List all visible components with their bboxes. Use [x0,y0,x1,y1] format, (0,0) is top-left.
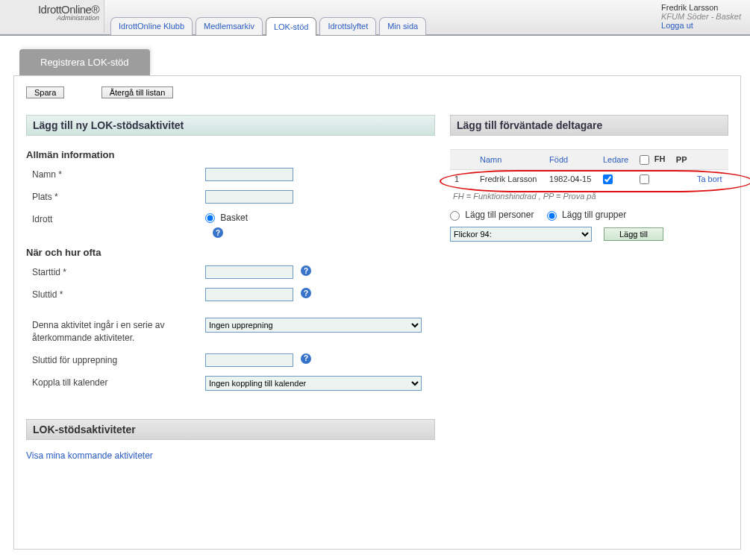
radio-persons-input[interactable] [450,211,460,221]
radio-groups[interactable]: Lägg till grupper [547,210,626,220]
tab-klubb[interactable]: IdrottOnline Klubb [110,17,193,35]
back-button[interactable]: Återgå till listan [101,86,174,98]
fh-header-checkbox[interactable] [640,155,649,165]
logout-link[interactable]: Logga ut [661,21,741,30]
main-tabs: IdrottOnline Klubb Medlemsarkiv LOK-stöd… [104,0,661,34]
sport-radio[interactable] [205,213,215,223]
right-section-header: Lägg till förväntade deltagare [450,115,728,136]
row-born: 1982-04-15 [545,169,599,189]
end-repeat-input[interactable] [205,353,293,367]
row-leader-checkbox[interactable] [603,174,613,184]
user-org: KFUM Söder - Basket [661,12,741,21]
label-place: Plats * [26,190,205,202]
end-input[interactable] [205,288,293,301]
label-end: Sluttid * [26,288,205,300]
subhead-when: När och hur ofta [26,247,435,258]
save-button[interactable]: Spara [26,86,64,98]
left-section-header: Lägg till ny LOK-stödsaktivitet [26,115,435,136]
row-index: 1 [450,169,475,189]
col-pp: PP [672,150,693,170]
legend-hint: FH = Funktionshindrad , PP = Prova på [453,192,728,201]
name-input[interactable] [205,168,293,181]
tab-lok-stod[interactable]: LOK-stöd [266,17,316,36]
col-leader[interactable]: Ledare [599,150,635,170]
page-title: Registrera LOK-stöd [19,49,150,75]
col-name[interactable]: Namn [475,150,545,170]
tab-idrottslyftet[interactable]: Idrottslyftet [319,17,376,35]
col-fh: FH [635,150,672,170]
label-name: Namn * [26,168,205,180]
help-icon[interactable]: ? [301,353,311,364]
label-repeat: Denna aktivitet ingår i en serie av åter… [26,318,205,345]
label-end-repeat: Sluttid för upprepning [26,353,205,365]
subsection-lok: LOK-stödsaktiviteter [26,419,435,440]
start-input[interactable] [205,265,293,279]
radio-groups-input[interactable] [547,211,557,221]
show-activities-link[interactable]: Visa mina kommande aktiviteter [26,450,153,461]
help-icon[interactable]: ? [213,227,223,238]
label-sport: Idrott [26,213,205,224]
place-input[interactable] [205,190,293,204]
row-name: Fredrik Larsson [475,169,545,189]
repeat-select[interactable]: Ingen upprepning [205,318,422,333]
help-icon[interactable]: ? [301,265,311,276]
label-calendar: Koppla till kalender [26,376,205,388]
col-born[interactable]: Född [545,150,599,170]
subhead-general: Allmän information [26,149,435,160]
tab-min-sida[interactable]: Min sida [379,17,426,35]
row-remove-link[interactable]: Ta bort [697,174,722,183]
group-dropdown[interactable]: Flickor 94: [450,227,592,242]
help-icon[interactable]: ? [301,288,311,298]
user-name: Fredrik Larsson [661,3,741,12]
row-fh-checkbox[interactable] [640,174,649,184]
participants-table: Namn Född Ledare FH PP [450,149,728,189]
label-start: Starttid * [26,265,205,277]
tab-medlemsarkiv[interactable]: Medlemsarkiv [196,17,263,35]
add-button[interactable]: Lägg till [604,227,663,241]
logo: IdrottOnline® Administration [0,0,104,33]
table-row: 1 Fredrik Larsson 1982-04-15 Ta bort [450,169,728,189]
calendar-select[interactable]: Ingen koppling till kalender [205,376,422,391]
radio-persons[interactable]: Lägg till personer [450,210,537,220]
user-block: Fredrik Larsson KFUM Söder - Basket Logg… [661,0,741,30]
sport-option-basket[interactable]: Basket [205,213,248,223]
